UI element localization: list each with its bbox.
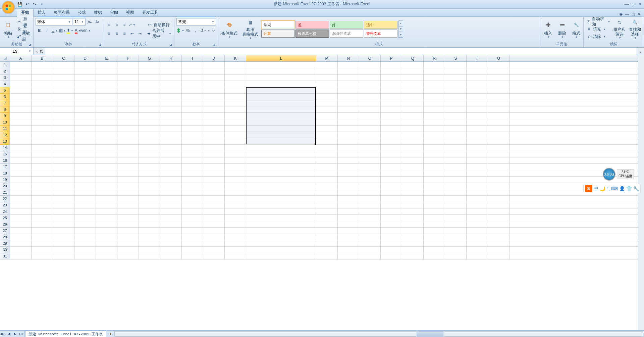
gallery-more-icon[interactable]: ▼ — [399, 32, 403, 38]
save-icon[interactable]: 💾 — [17, 1, 23, 7]
col-header-O[interactable]: O — [359, 55, 381, 61]
row-header-19[interactable]: 19 — [0, 177, 10, 183]
row-header-15[interactable]: 15 — [0, 151, 10, 157]
grid-body[interactable]: 1234567891011121314151617181920212223242… — [0, 62, 638, 259]
col-header-U[interactable]: U — [488, 55, 509, 61]
sheet-nav-prev-icon[interactable]: ◀ — [6, 331, 12, 337]
tab-开发工具[interactable]: 开发工具 — [138, 9, 162, 16]
col-header-P[interactable]: P — [381, 55, 402, 61]
close-icon[interactable]: ✕ — [638, 2, 642, 7]
row-header-11[interactable]: 11 — [0, 126, 10, 132]
col-header-T[interactable]: T — [467, 55, 488, 61]
maximize-icon[interactable]: ▢ — [632, 2, 636, 7]
alignment-launcher-icon[interactable]: ◢ — [169, 43, 173, 47]
ime-settings-icon[interactable]: 🔧 — [633, 186, 639, 191]
style-适中[interactable]: 适中 — [364, 21, 397, 29]
decrease-decimal-icon[interactable]: ←.0 — [207, 27, 215, 34]
format-as-table-button[interactable]: ▦ 套用 表格格式▼ — [240, 18, 260, 41]
increase-indent-icon[interactable]: ⇥ — [136, 30, 144, 37]
delete-cells-button[interactable]: ➖删除▼ — [555, 18, 569, 41]
select-all-corner[interactable] — [0, 55, 10, 61]
comma-format-icon[interactable]: , — [192, 27, 199, 34]
format-cells-button[interactable]: 🔧格式▼ — [570, 18, 583, 41]
col-header-A[interactable]: A — [10, 55, 32, 61]
phonetic-button[interactable]: wén▼ — [82, 27, 89, 34]
style-常规[interactable]: 常规 — [261, 21, 295, 29]
fill-color-button[interactable]: ⬍▼ — [66, 27, 74, 34]
align-left-icon[interactable]: ≡ — [105, 30, 113, 37]
qat-dropdown-icon[interactable]: ▼ — [39, 1, 45, 7]
align-bottom-icon[interactable]: ≡ — [121, 21, 128, 29]
style-好[interactable]: 好 — [330, 21, 363, 29]
align-center-icon[interactable]: ≡ — [113, 30, 120, 37]
row-header-3[interactable]: 3 — [0, 75, 10, 81]
col-header-G[interactable]: G — [139, 55, 160, 61]
number-format-combo[interactable]: 常规▼ — [176, 18, 216, 26]
decrease-font-icon[interactable]: A▾ — [94, 18, 101, 26]
style-检查单元格[interactable]: 检查单元格 — [296, 30, 329, 38]
decrease-indent-icon[interactable]: ⇤ — [128, 30, 136, 37]
tab-数据[interactable]: 数据 — [90, 9, 106, 16]
tab-插入[interactable]: 插入 — [34, 9, 50, 16]
underline-button[interactable]: U▼ — [51, 27, 58, 34]
row-header-7[interactable]: 7 — [0, 100, 10, 106]
find-select-button[interactable]: 🔍查找和 选择▼ — [628, 18, 642, 41]
row-header-16[interactable]: 16 — [0, 157, 10, 164]
col-header-E[interactable]: E — [96, 55, 117, 61]
row-header-6[interactable]: 6 — [0, 94, 10, 100]
ime-keyboard-icon[interactable]: ⌨ — [611, 186, 618, 191]
paste-button[interactable]: 📋 粘贴 ▼ — [1, 18, 15, 41]
gallery-up-icon[interactable]: ▲ — [399, 21, 403, 27]
sheet-tab[interactable]: 新建 Microsoft Excel 97-2003 工作表 — [25, 331, 106, 337]
row-header-29[interactable]: 29 — [0, 240, 10, 247]
format-painter-button[interactable]: 🖌格式刷 — [15, 33, 32, 40]
ime-moon-icon[interactable]: 🌙 — [600, 186, 605, 191]
row-header-20[interactable]: 20 — [0, 183, 10, 189]
autosum-button[interactable]: Σ自动求和▼ — [585, 18, 611, 26]
increase-font-icon[interactable]: A▴ — [86, 18, 93, 26]
italic-button[interactable]: I — [43, 27, 51, 34]
fx-icon[interactable]: fx — [40, 49, 43, 54]
accounting-format-icon[interactable]: 💲▼ — [176, 27, 184, 34]
fill-button[interactable]: ⬇填充▼ — [585, 26, 611, 33]
cancel-formula-icon[interactable]: ⨉ — [36, 49, 38, 54]
col-header-N[interactable]: N — [338, 55, 359, 61]
font-launcher-icon[interactable]: ◢ — [99, 43, 103, 47]
col-header-J[interactable]: J — [203, 55, 225, 61]
row-header-17[interactable]: 17 — [0, 164, 10, 170]
ime-toolbar[interactable]: S 中 🌙 °, ⌨ 👤 👕 🔧 — [583, 184, 641, 193]
tab-审阅[interactable]: 审阅 — [106, 9, 122, 16]
row-header-30[interactable]: 30 — [0, 247, 10, 253]
row-header-10[interactable]: 10 — [0, 119, 10, 126]
wrap-text-button[interactable]: ↩自动换行 — [146, 21, 173, 29]
insert-cells-button[interactable]: ➕插入▼ — [541, 18, 555, 41]
sort-filter-button[interactable]: ⇅排序和 筛选▼ — [612, 18, 627, 41]
align-top-icon[interactable]: ≡ — [105, 21, 113, 29]
row-header-21[interactable]: 21 — [0, 189, 10, 196]
tab-公式[interactable]: 公式 — [74, 9, 90, 16]
col-header-B[interactable]: B — [32, 55, 53, 61]
clear-button[interactable]: ◇清除▼ — [585, 33, 611, 40]
ime-lang-icon[interactable]: 中 — [594, 186, 598, 192]
row-header-2[interactable]: 2 — [0, 68, 10, 75]
ribbon-restore-icon[interactable]: ▢ — [632, 12, 635, 16]
conditional-format-button[interactable]: 🎨 条件格式▼ — [219, 18, 239, 41]
insert-sheet-icon[interactable]: ✦ — [108, 331, 114, 337]
name-box[interactable]: L5▼ — [0, 48, 34, 55]
redo-icon[interactable]: ↷ — [32, 1, 38, 7]
row-header-5[interactable]: 5 — [0, 87, 10, 94]
row-header-31[interactable]: 31 — [0, 253, 10, 259]
sheet-nav-first-icon[interactable]: ⏮ — [0, 331, 6, 337]
row-header-23[interactable]: 23 — [0, 202, 10, 208]
cpu-freq-gauge[interactable]: 3.6 3G — [603, 168, 615, 181]
col-header-D[interactable]: D — [74, 55, 96, 61]
row-header-25[interactable]: 25 — [0, 215, 10, 221]
col-header-K[interactable]: K — [225, 55, 246, 61]
merge-center-button[interactable]: ⬌合并后居中▼ — [146, 30, 173, 37]
sheet-nav-last-icon[interactable]: ⏭ — [18, 331, 24, 337]
align-middle-icon[interactable]: ≡ — [113, 21, 120, 29]
row-header-22[interactable]: 22 — [0, 196, 10, 202]
col-header-M[interactable]: M — [316, 55, 338, 61]
style-计算[interactable]: 计算 — [261, 30, 295, 38]
row-header-8[interactable]: 8 — [0, 106, 10, 113]
